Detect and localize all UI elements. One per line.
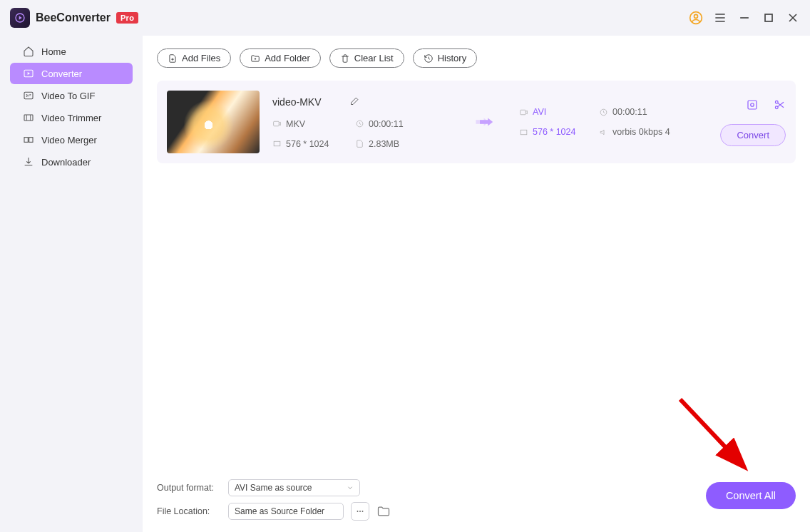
target-resolution[interactable]: 576 * 1024 [519, 127, 598, 137]
conversion-arrow [463, 115, 506, 129]
file-icon [355, 139, 364, 148]
target-audio: vorbis 0kbps 4 [599, 127, 685, 137]
window-minimize-icon[interactable] [737, 11, 752, 25]
toolbar: Add Files Add Folder Clear List History [143, 36, 810, 81]
target-duration: 00:00:11 [599, 107, 685, 117]
titlebar: BeeConverter Pro [0, 0, 810, 36]
output-format-label: Output format: [157, 483, 221, 493]
main-area: Add Files Add Folder Clear List History … [143, 36, 810, 532]
resolution-icon [519, 128, 528, 137]
convert-button[interactable]: Convert [720, 124, 786, 146]
history-icon [424, 53, 434, 63]
annotation-arrow [675, 394, 760, 482]
svg-point-16 [751, 103, 754, 106]
select-value: AVI Same as source [235, 483, 312, 493]
arrow-right-icon [475, 115, 495, 129]
app-logo [10, 8, 30, 28]
video-to-gif-icon [23, 90, 34, 101]
button-label: History [438, 53, 466, 63]
svg-point-19 [357, 511, 359, 512]
svg-rect-12 [521, 110, 526, 115]
sidebar-item-label: Downloader [41, 157, 91, 168]
svg-point-20 [359, 511, 361, 512]
settings-button[interactable] [746, 98, 759, 114]
title-left: BeeConverter Pro [10, 8, 138, 28]
menu-icon[interactable] [713, 11, 727, 25]
source-resolution: 576 * 1024 [272, 139, 351, 149]
trim-button[interactable] [773, 98, 786, 114]
sidebar-item-label: Home [41, 46, 66, 57]
file-actions: Convert [697, 98, 786, 146]
video-icon [519, 108, 528, 117]
trash-icon [340, 53, 350, 63]
sidebar-item-downloader[interactable]: Downloader [10, 151, 133, 173]
svg-point-21 [362, 511, 364, 512]
app-name: BeeConverter [36, 11, 111, 24]
window-close-icon[interactable] [786, 11, 800, 25]
sidebar-item-label: Video Merger [41, 135, 97, 145]
select-value: Same as Source Folder [235, 506, 324, 516]
history-button[interactable]: History [413, 48, 477, 68]
window-maximize-icon[interactable] [762, 11, 776, 25]
open-folder-button[interactable] [376, 504, 391, 518]
clear-list-button[interactable]: Clear List [329, 48, 404, 68]
clock-icon [355, 119, 364, 128]
sidebar-item-home[interactable]: Home [10, 41, 133, 62]
home-icon [23, 46, 34, 57]
user-icon[interactable] [689, 11, 703, 25]
target-format[interactable]: AVI [519, 107, 598, 117]
button-label: Clear List [354, 53, 394, 63]
file-card: video-MKV MKV 00:00:11 [157, 81, 796, 163]
sidebar-item-video-merger[interactable]: Video Merger [10, 129, 133, 150]
source-info: video-MKV MKV 00:00:11 [272, 96, 451, 149]
downloader-icon [23, 156, 34, 168]
sidebar-item-label: Video To GIF [41, 91, 95, 101]
add-folder-button[interactable]: Add Folder [240, 48, 321, 68]
settings-icon [746, 98, 759, 111]
file-location-label: File Location: [157, 506, 221, 516]
video-thumbnail[interactable] [167, 91, 260, 153]
file-location-select[interactable]: Same as Source Folder [228, 503, 344, 520]
clock-icon [599, 108, 608, 117]
edit-title-button[interactable] [349, 96, 360, 109]
svg-rect-11 [274, 141, 280, 146]
convert-all-button[interactable]: Convert All [706, 482, 796, 509]
sidebar-item-label: Video Trimmer [41, 113, 101, 123]
svg-rect-9 [274, 121, 280, 126]
target-info: AVI 00:00:11 576 * 1024 vorbis 0kbps 4 [519, 107, 685, 137]
sidebar-item-video-to-gif[interactable]: Video To GIF [10, 85, 133, 106]
pencil-icon [349, 96, 360, 106]
browse-location-button[interactable] [351, 502, 369, 521]
svg-point-18 [775, 106, 778, 108]
shell: Home Converter Video To GIF Video Trimme… [0, 36, 810, 532]
sidebar: Home Converter Video To GIF Video Trimme… [0, 36, 143, 532]
video-icon [272, 119, 282, 128]
svg-rect-3 [765, 14, 772, 21]
pro-badge: Pro [116, 12, 138, 24]
converter-icon [23, 68, 34, 79]
add-files-button[interactable]: Add Files [157, 48, 231, 68]
svg-rect-14 [521, 130, 527, 135]
svg-rect-7 [24, 138, 28, 143]
window-controls [689, 11, 800, 25]
footer: Output format: AVI Same as source File L… [143, 474, 810, 526]
svg-point-2 [694, 14, 698, 18]
output-format-select[interactable]: AVI Same as source [228, 479, 360, 496]
sidebar-item-converter[interactable]: Converter [10, 63, 133, 84]
scissors-icon [773, 98, 786, 111]
merger-icon [23, 134, 34, 145]
svg-rect-6 [24, 115, 33, 121]
source-size: 2.83MB [355, 139, 434, 149]
resolution-icon [272, 139, 282, 148]
svg-point-17 [775, 101, 778, 103]
trimmer-icon [23, 112, 34, 123]
more-icon [355, 506, 365, 516]
button-label: Convert All [726, 490, 776, 501]
svg-rect-15 [748, 101, 757, 109]
file-title: video-MKV [272, 96, 321, 108]
chevron-down-icon [347, 484, 354, 491]
button-label: Add Files [182, 53, 220, 63]
svg-rect-8 [29, 138, 33, 143]
sidebar-item-video-trimmer[interactable]: Video Trimmer [10, 107, 133, 128]
button-label: Convert [737, 130, 769, 140]
